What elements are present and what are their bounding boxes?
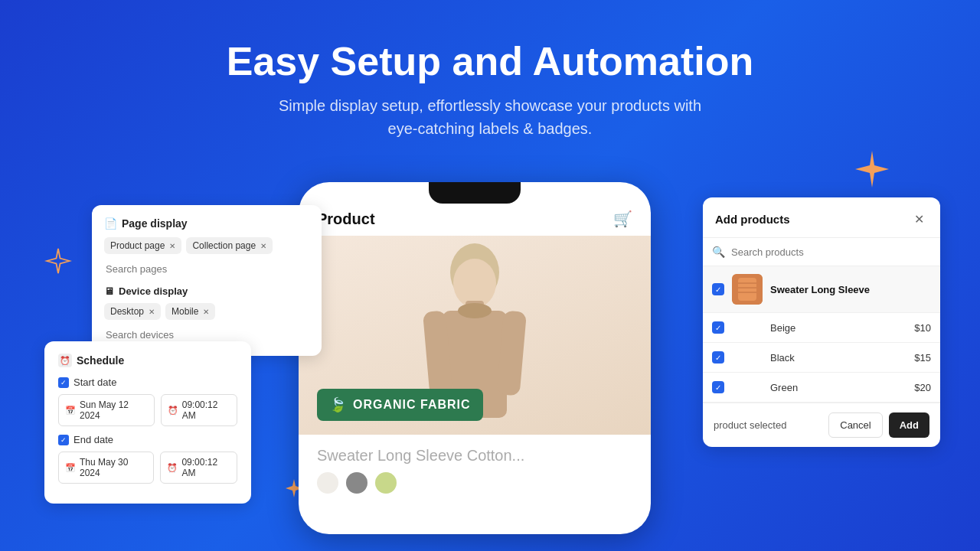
main-product-info: Sweater Long Sleeve bbox=[770, 282, 931, 296]
end-date-row: End date bbox=[58, 434, 237, 445]
end-date-label: End date bbox=[74, 434, 113, 445]
main-product-checkbox[interactable]: ✓ bbox=[712, 283, 724, 295]
panel-title: Add products bbox=[715, 213, 790, 226]
end-time-value: 09:00:12 AM bbox=[181, 457, 230, 478]
close-button[interactable]: ✕ bbox=[910, 210, 928, 228]
device-display-section: 🖥 Device display Desktop ✕ Mobile ✕ bbox=[104, 285, 309, 344]
start-time-picker[interactable]: ⏰ 09:00:12 AM bbox=[161, 394, 237, 426]
add-button[interactable]: Add bbox=[889, 412, 929, 438]
page-title: Easy Setup and Automation bbox=[15, 40, 965, 83]
black-info: Black bbox=[770, 350, 906, 364]
footer-buttons: Cancel Add bbox=[828, 412, 929, 438]
start-date-value: Sun May 12 2024 bbox=[80, 399, 148, 421]
page-subtitle: Simple display setup, effortlessly showc… bbox=[15, 94, 965, 140]
green-info: Green bbox=[770, 380, 906, 394]
mobile-tag[interactable]: Mobile ✕ bbox=[165, 303, 215, 320]
clock-end-icon: ⏰ bbox=[167, 463, 178, 473]
cancel-button[interactable]: Cancel bbox=[828, 412, 882, 438]
search-icon: 🔍 bbox=[712, 246, 725, 258]
swatch-green[interactable] bbox=[375, 472, 397, 494]
variant-green-item[interactable]: ✓ Green $20 bbox=[703, 373, 940, 403]
phone-notch bbox=[429, 182, 521, 204]
search-pages-input[interactable] bbox=[104, 260, 309, 278]
calendar-end-icon: 📅 bbox=[65, 463, 76, 473]
panel-search-area: 🔍 bbox=[703, 238, 940, 266]
phone-product-title: Product bbox=[317, 210, 375, 228]
black-checkbox[interactable]: ✓ bbox=[712, 351, 724, 364]
swatch-gray[interactable] bbox=[346, 472, 368, 494]
page-tags-row: Product page ✕ Collection page ✕ bbox=[104, 237, 309, 254]
page-display-label: Page display bbox=[122, 217, 188, 230]
page-display-card: 📄 Page display Product page ✕ Collection… bbox=[92, 205, 322, 356]
organic-badge: 🍃 ORGANIC FABRIC bbox=[317, 389, 483, 421]
content-area: 📄 Page display Product page ✕ Collection… bbox=[0, 190, 980, 551]
product-list: ✓ Sweater Long Sleeve ✓ bbox=[703, 266, 940, 403]
schedule-card: ⏰ Schedule Start date 📅 Sun May 12 2024 … bbox=[44, 341, 251, 504]
start-date-checkbox[interactable] bbox=[58, 377, 69, 388]
device-tags-row: Desktop ✕ Mobile ✕ bbox=[104, 303, 309, 320]
clock-icon: ⏰ bbox=[168, 406, 178, 416]
remove-mobile-icon[interactable]: ✕ bbox=[203, 308, 209, 316]
end-date-checkbox[interactable] bbox=[58, 435, 69, 445]
beige-info: Beige bbox=[770, 321, 906, 334]
file-icon: 📄 bbox=[104, 217, 117, 230]
search-products-input[interactable] bbox=[731, 246, 931, 258]
product-page-tag-label: Product page bbox=[110, 240, 165, 251]
page-header: Easy Setup and Automation Simple display… bbox=[0, 0, 980, 163]
swatch-white[interactable] bbox=[317, 472, 338, 494]
start-date-input-row: 📅 Sun May 12 2024 ⏰ 09:00:12 AM bbox=[58, 394, 237, 426]
selected-label: product selected bbox=[714, 419, 786, 431]
monitor-icon: 🖥 bbox=[104, 285, 114, 297]
main-product-thumb bbox=[732, 274, 763, 305]
end-time-picker[interactable]: ⏰ 09:00:12 AM bbox=[160, 452, 237, 484]
variant-black-item[interactable]: ✓ Black $15 bbox=[703, 343, 940, 373]
panel-header: Add products ✕ bbox=[703, 197, 940, 238]
end-date-picker[interactable]: 📅 Thu May 30 2024 bbox=[58, 452, 154, 484]
leaf-icon: 🍃 bbox=[329, 396, 347, 413]
color-swatches bbox=[317, 472, 632, 494]
remove-product-page-icon[interactable]: ✕ bbox=[169, 242, 175, 250]
badge-text: ORGANIC FABRIC bbox=[353, 398, 471, 412]
svg-rect-8 bbox=[738, 278, 756, 301]
end-date-value: Thu May 30 2024 bbox=[80, 457, 147, 478]
variant-beige-item[interactable]: ✓ Beige $10 bbox=[703, 313, 940, 343]
svg-point-1 bbox=[453, 259, 496, 308]
product-thumb-svg bbox=[732, 274, 763, 305]
schedule-label: Schedule bbox=[77, 354, 124, 367]
main-product-name: Sweater Long Sleeve bbox=[770, 284, 870, 295]
collection-page-tag[interactable]: Collection page ✕ bbox=[186, 237, 273, 254]
page-display-title: 📄 Page display bbox=[104, 217, 309, 230]
collection-page-tag-label: Collection page bbox=[192, 240, 256, 251]
svg-point-6 bbox=[458, 303, 492, 318]
product-image-area: 🍃 ORGANIC FABRIC bbox=[299, 236, 651, 435]
phone-mockup: Product 🛒 🍃 bbox=[299, 182, 651, 534]
desktop-tag[interactable]: Desktop ✕ bbox=[104, 303, 161, 320]
beige-checkbox[interactable]: ✓ bbox=[712, 321, 724, 334]
cart-icon[interactable]: 🛒 bbox=[613, 210, 632, 228]
start-date-row: Start date bbox=[58, 377, 237, 388]
start-date-picker[interactable]: 📅 Sun May 12 2024 bbox=[58, 394, 155, 426]
remove-collection-page-icon[interactable]: ✕ bbox=[260, 242, 266, 250]
phone-product-info: Sweater Long Sleeve Cotton... bbox=[299, 435, 651, 506]
device-display-label: Device display bbox=[119, 285, 188, 297]
mobile-tag-label: Mobile bbox=[172, 306, 198, 317]
desktop-tag-label: Desktop bbox=[110, 306, 144, 317]
selected-count-text: product selected bbox=[714, 419, 786, 431]
product-name: Sweater Long Sleeve Cotton... bbox=[317, 447, 632, 465]
green-checkbox[interactable]: ✓ bbox=[712, 381, 724, 393]
end-date-input-row: 📅 Thu May 30 2024 ⏰ 09:00:12 AM bbox=[58, 452, 237, 484]
main-product-item[interactable]: ✓ Sweater Long Sleeve bbox=[703, 266, 940, 313]
start-date-label: Start date bbox=[74, 377, 116, 388]
schedule-title: ⏰ Schedule bbox=[58, 354, 237, 367]
add-products-panel: Add products ✕ 🔍 ✓ bbox=[703, 197, 940, 447]
product-page-tag[interactable]: Product page ✕ bbox=[104, 237, 181, 254]
start-time-value: 09:00:12 AM bbox=[182, 399, 230, 421]
remove-desktop-icon[interactable]: ✕ bbox=[149, 308, 155, 316]
panel-footer: product selected Cancel Add bbox=[703, 403, 940, 447]
device-display-title: 🖥 Device display bbox=[104, 285, 309, 297]
schedule-icon: ⏰ bbox=[58, 354, 72, 367]
calendar-icon: 📅 bbox=[65, 406, 76, 416]
